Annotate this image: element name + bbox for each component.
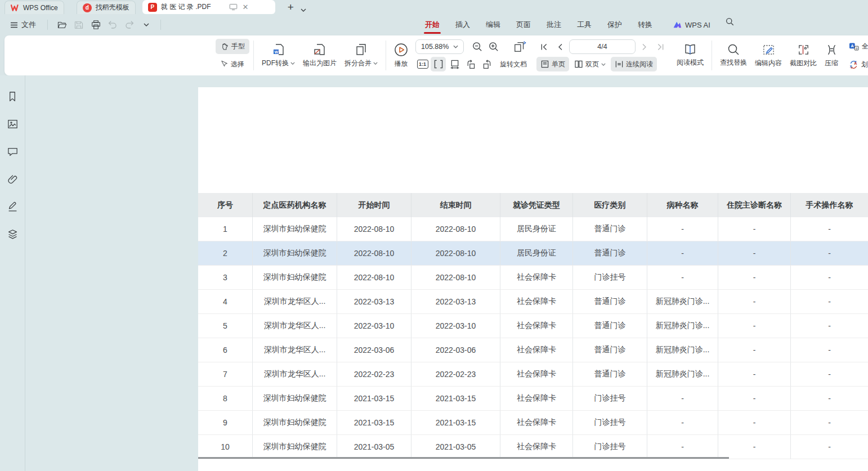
table-cell: 普通门诊 (573, 314, 647, 338)
tab-document-pdf[interactable]: P 就 医 记 录 .PDF ✕ (142, 0, 275, 14)
table-horizontal-scrollbar[interactable] (198, 457, 729, 459)
menu-tools[interactable]: 工具 (569, 14, 599, 35)
edit-content-button[interactable]: 编辑内容 (751, 38, 786, 73)
table-cell: 2022-02-23 (337, 362, 411, 387)
organize-pages-button[interactable] (510, 39, 530, 54)
close-tab-icon[interactable]: ✕ (242, 3, 248, 11)
svg-text:文: 文 (856, 46, 858, 50)
hand-tool-label: 手型 (231, 42, 245, 51)
tab-docer-templates[interactable]: d 找稻壳模板 (77, 1, 136, 14)
menu-protect[interactable]: 保护 (599, 14, 630, 35)
table-cell: 新冠肺炎门诊... (647, 362, 718, 387)
redo-icon (125, 21, 134, 29)
menu-convert[interactable]: 转换 (630, 14, 660, 35)
table-cell: 4 (198, 290, 253, 314)
split-merge-button[interactable]: 拆分合并 (341, 38, 382, 73)
first-page-button[interactable] (536, 39, 552, 54)
zoom-level-value: 105.88% (421, 43, 449, 51)
table-cell: 普通门诊 (573, 362, 647, 387)
edit-content-icon (762, 43, 775, 56)
open-file-button[interactable] (55, 17, 69, 32)
prev-page-button[interactable] (553, 39, 568, 54)
pdf-convert-button[interactable]: W PDF转换 (258, 38, 299, 73)
signature-panel-button[interactable] (4, 198, 21, 215)
table-header-cell: 住院主诊断名称 (718, 193, 791, 217)
word-translate-button[interactable]: xA 划词翻译 (844, 57, 868, 72)
screen-share-icon[interactable] (229, 3, 238, 11)
next-page-icon (641, 43, 648, 51)
svg-text:A: A (854, 61, 857, 66)
find-replace-button[interactable]: 查找替换 (716, 38, 751, 73)
organize-pages-icon (513, 40, 527, 53)
file-menu-button[interactable]: 文件 (6, 17, 41, 32)
bookmarks-panel-button[interactable] (4, 88, 21, 105)
redo-button[interactable] (122, 17, 137, 32)
paperclip-icon (7, 174, 18, 185)
rotate-left-button[interactable] (463, 57, 478, 71)
wps-ai-button[interactable]: WPS AI (669, 14, 714, 35)
last-page-button[interactable] (653, 39, 668, 54)
fit-page-button[interactable] (447, 57, 462, 71)
layers-panel-button[interactable] (4, 226, 21, 243)
compress-button[interactable]: 压缩 (821, 38, 842, 73)
menu-edit[interactable]: 编辑 (478, 14, 508, 35)
menu-comment[interactable]: 批注 (539, 14, 569, 35)
table-cell: 2022-03-13 (337, 290, 411, 314)
full-translate-button[interactable]: A文 全文翻译 (844, 39, 868, 54)
full-translate-label: 全文翻译 (862, 42, 868, 51)
find-replace-icon (727, 43, 740, 56)
screenshot-compare-label: 截图对比 (790, 59, 817, 68)
menu-insert[interactable]: 插入 (448, 14, 478, 35)
table-header-row: 序号 定点医药机构名称 开始时间 结束时间 就诊凭证类型 医疗类别 病种名称 住… (198, 193, 868, 217)
undo-button[interactable] (105, 17, 120, 32)
page-indicator-input[interactable]: 4/4 (569, 39, 636, 54)
menu-page[interactable]: 页面 (508, 14, 539, 35)
undo-icon (108, 21, 117, 29)
rotate-right-button[interactable] (480, 57, 495, 71)
table-cell: 社会保障卡 (500, 266, 573, 290)
table-cell: 深圳市龙华区人... (253, 290, 337, 314)
play-button[interactable]: 播放 (390, 38, 412, 73)
menu-home[interactable]: 开始 (417, 14, 448, 35)
table-cell: 深圳市妇幼保健院 (253, 387, 337, 411)
fit-width-icon (433, 59, 444, 69)
file-menu-label: 文件 (21, 20, 36, 30)
double-page-button[interactable]: 双页 (570, 57, 610, 71)
thumbnails-panel-button[interactable] (4, 115, 21, 132)
continuous-read-button[interactable]: 连续阅读 (611, 57, 657, 71)
select-tool-button[interactable]: 选择 (216, 57, 249, 72)
split-merge-label: 拆分合并 (344, 59, 372, 68)
print-button[interactable] (88, 17, 103, 32)
single-page-icon (540, 60, 549, 69)
zoom-in-button[interactable] (486, 39, 501, 54)
actual-size-button[interactable]: 1:1 (415, 57, 429, 71)
rotate-doc-button[interactable]: 旋转文档 (496, 57, 531, 71)
next-page-button[interactable] (637, 39, 652, 54)
export-image-button[interactable]: 输出为图片 (299, 38, 341, 73)
tab-label: 找稻壳模板 (96, 3, 129, 12)
svg-text:x: x (850, 64, 852, 68)
menu-search-button[interactable] (723, 14, 737, 29)
tab-list-chevron-icon[interactable] (301, 8, 306, 14)
hand-tool-button[interactable]: 手型 (216, 39, 249, 54)
new-tab-button[interactable]: + (285, 2, 296, 14)
attachments-panel-button[interactable] (4, 171, 21, 187)
search-icon (726, 17, 734, 26)
fit-width-button[interactable] (431, 57, 446, 71)
tab-wps-office[interactable]: WPS Office (5, 1, 64, 14)
divider (712, 41, 712, 70)
screenshot-compare-button[interactable]: 截图对比 (786, 38, 821, 73)
comments-panel-button[interactable] (4, 143, 21, 160)
save-button[interactable] (71, 17, 86, 32)
cursor-arrow-icon (220, 60, 228, 69)
zoom-out-button[interactable] (469, 39, 485, 54)
word-translate-label: 划词翻译 (861, 60, 868, 69)
play-icon (394, 43, 408, 57)
table-cell: 深圳市妇幼保健院 (253, 217, 337, 241)
pdf-file-icon: P (148, 3, 157, 12)
single-page-button[interactable]: 单页 (536, 57, 569, 71)
quickbar-more-button[interactable] (139, 17, 154, 32)
read-mode-button[interactable]: 阅读模式 (673, 38, 708, 73)
table-cell: - (791, 435, 868, 459)
zoom-level-combo[interactable]: 105.88% (415, 39, 464, 54)
